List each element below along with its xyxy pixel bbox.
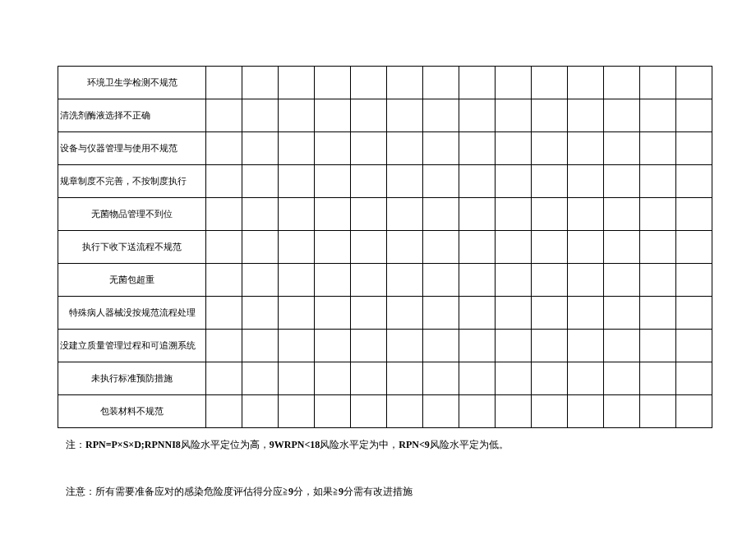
empty-cell xyxy=(351,132,387,165)
row-label: 执行下收下送流程不规范 xyxy=(58,231,206,264)
empty-cell xyxy=(351,395,387,428)
empty-cell xyxy=(351,330,387,362)
empty-cell xyxy=(640,165,676,198)
empty-cell xyxy=(423,395,459,428)
empty-cell xyxy=(423,264,459,297)
empty-cell xyxy=(459,132,496,165)
row-label: 环境卫生学检测不规范 xyxy=(58,67,206,99)
empty-cell xyxy=(315,67,351,99)
empty-cell xyxy=(206,297,242,330)
footnote-formula: 注：RPN=P×S×D;RPNNI8风险水平定位为高，9WRPN<18风险水平定… xyxy=(58,438,698,452)
empty-cell xyxy=(532,231,568,264)
empty-cell xyxy=(242,198,279,231)
empty-cell xyxy=(604,330,640,362)
empty-cell xyxy=(279,165,315,198)
empty-cell xyxy=(532,67,568,99)
empty-cell xyxy=(206,165,242,198)
empty-cell xyxy=(423,330,459,362)
empty-cell xyxy=(242,132,279,165)
row-label: 设备与仪器管理与使用不规范 xyxy=(58,132,206,165)
table-row: 清洗剂酶液选择不正确 xyxy=(58,99,712,132)
table-row: 无菌物品管理不到位 xyxy=(58,198,712,231)
empty-cell xyxy=(604,198,640,231)
empty-cell xyxy=(532,198,568,231)
table-row: 未执行标准预防措施 xyxy=(58,362,712,395)
empty-cell xyxy=(532,362,568,395)
empty-cell xyxy=(351,264,387,297)
empty-cell xyxy=(423,297,459,330)
empty-cell xyxy=(604,99,640,132)
empty-cell xyxy=(640,264,676,297)
empty-cell xyxy=(568,330,604,362)
empty-cell xyxy=(676,362,712,395)
empty-cell xyxy=(315,198,351,231)
table-row: 设备与仪器管理与使用不规范 xyxy=(58,132,712,165)
empty-cell xyxy=(351,231,387,264)
empty-cell xyxy=(387,67,423,99)
empty-cell xyxy=(568,264,604,297)
risk-table-container: 环境卫生学检测不规范清洗剂酶液选择不正确设备与仪器管理与使用不规范规章制度不完善… xyxy=(58,66,698,428)
empty-cell xyxy=(351,198,387,231)
empty-cell xyxy=(423,165,459,198)
empty-cell xyxy=(496,231,532,264)
row-label: 未执行标准预防措施 xyxy=(58,362,206,395)
empty-cell xyxy=(423,198,459,231)
empty-cell xyxy=(242,165,279,198)
empty-cell xyxy=(496,67,532,99)
empty-cell xyxy=(496,99,532,132)
empty-cell xyxy=(640,198,676,231)
empty-cell xyxy=(423,99,459,132)
empty-cell xyxy=(279,198,315,231)
row-label: 特殊病人器械没按规范流程处理 xyxy=(58,297,206,330)
empty-cell xyxy=(604,165,640,198)
empty-cell xyxy=(423,231,459,264)
empty-cell xyxy=(351,165,387,198)
empty-cell xyxy=(315,264,351,297)
empty-cell xyxy=(604,297,640,330)
empty-cell xyxy=(532,99,568,132)
row-label: 清洗剂酶液选择不正确 xyxy=(58,99,206,132)
empty-cell xyxy=(568,67,604,99)
empty-cell xyxy=(676,99,712,132)
empty-cell xyxy=(604,395,640,428)
empty-cell xyxy=(568,99,604,132)
empty-cell xyxy=(387,231,423,264)
empty-cell xyxy=(676,264,712,297)
empty-cell xyxy=(496,132,532,165)
empty-cell xyxy=(279,395,315,428)
empty-cell xyxy=(459,362,496,395)
empty-cell xyxy=(387,198,423,231)
empty-cell xyxy=(496,395,532,428)
empty-cell xyxy=(423,67,459,99)
empty-cell xyxy=(640,330,676,362)
empty-cell xyxy=(279,330,315,362)
empty-cell xyxy=(242,264,279,297)
empty-cell xyxy=(604,264,640,297)
empty-cell xyxy=(676,330,712,362)
empty-cell xyxy=(496,165,532,198)
empty-cell xyxy=(242,99,279,132)
empty-cell xyxy=(351,297,387,330)
empty-cell xyxy=(568,165,604,198)
empty-cell xyxy=(459,165,496,198)
empty-cell xyxy=(315,395,351,428)
empty-cell xyxy=(459,330,496,362)
empty-cell xyxy=(568,395,604,428)
empty-cell xyxy=(604,231,640,264)
empty-cell xyxy=(351,67,387,99)
empty-cell xyxy=(640,99,676,132)
empty-cell xyxy=(532,264,568,297)
footnote-attention: 注意：所有需要准备应对的感染危险度评估得分应≧9分，如果≧9分需有改进措施 xyxy=(58,485,698,499)
table-row: 环境卫生学检测不规范 xyxy=(58,67,712,99)
empty-cell xyxy=(496,198,532,231)
row-label: 包装材料不规范 xyxy=(58,395,206,428)
table-row: 规章制度不完善，不按制度执行 xyxy=(58,165,712,198)
empty-cell xyxy=(676,165,712,198)
empty-cell xyxy=(279,67,315,99)
empty-cell xyxy=(459,297,496,330)
empty-cell xyxy=(676,132,712,165)
empty-cell xyxy=(315,231,351,264)
empty-cell xyxy=(315,99,351,132)
empty-cell xyxy=(242,362,279,395)
empty-cell xyxy=(279,264,315,297)
